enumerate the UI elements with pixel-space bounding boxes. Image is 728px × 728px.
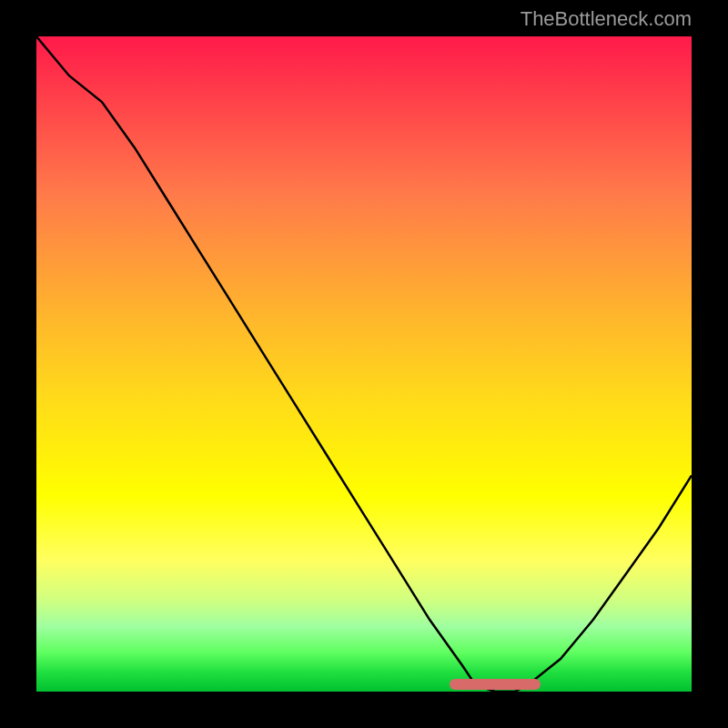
optimal-range-marker: [450, 679, 541, 690]
curve-path: [36, 36, 692, 692]
chart-plot-area: [36, 36, 692, 692]
watermark-text: TheBottleneck.com: [521, 7, 692, 31]
bottleneck-curve: [36, 36, 692, 692]
